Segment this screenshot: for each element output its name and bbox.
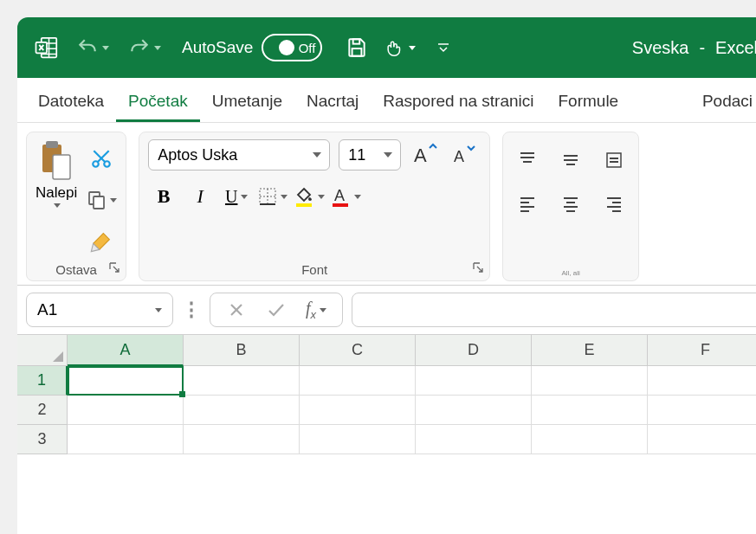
cell-a3[interactable] <box>68 425 184 454</box>
enter-formula-button[interactable] <box>261 294 292 325</box>
column-headers: A B C D E F <box>68 335 756 366</box>
formula-bar: A1 ⋮ fx <box>17 286 756 335</box>
name-box-value: A1 <box>37 300 57 319</box>
font-size-select[interactable] <box>339 139 401 170</box>
svg-text:A: A <box>334 187 345 204</box>
col-header-c[interactable]: C <box>300 335 416 366</box>
col-header-a[interactable]: A <box>68 335 184 366</box>
customize-qat-button[interactable] <box>428 32 459 63</box>
paste-button[interactable]: Nalepi <box>36 139 77 208</box>
row-header-1[interactable]: 1 <box>17 366 68 396</box>
chevron-down-icon <box>155 308 162 312</box>
tab-umetanje[interactable]: Umetanje <box>200 81 294 122</box>
svg-text:A: A <box>414 145 427 166</box>
font-color-button[interactable]: A <box>330 181 361 212</box>
row-header-2[interactable]: 2 <box>17 396 68 425</box>
align-top-button[interactable] <box>512 145 543 176</box>
redo-button[interactable] <box>125 33 165 62</box>
increase-font-button[interactable]: A <box>410 139 441 170</box>
cell-f2[interactable] <box>648 396 756 425</box>
autosave-label: AutoSave <box>182 38 253 57</box>
cell-b2[interactable] <box>184 396 300 425</box>
align-center-button[interactable] <box>555 188 586 219</box>
doc-name: Sveska <box>632 38 689 58</box>
svg-rect-17 <box>94 196 104 209</box>
autosave-state: Off <box>299 41 316 55</box>
cell-e2[interactable] <box>532 396 648 425</box>
formula-bar-buttons: fx <box>210 293 343 327</box>
cell-c1[interactable] <box>300 366 416 396</box>
group-font: A A B I U <box>139 132 490 281</box>
align-bottom-button[interactable] <box>598 145 630 176</box>
cell-d1[interactable] <box>416 366 532 396</box>
autosave-toggle[interactable]: AutoSave Off <box>182 34 322 61</box>
cell-d2[interactable] <box>416 396 532 425</box>
decrease-font-button[interactable]: A <box>449 139 481 170</box>
tab-podaci[interactable]: Podaci <box>690 81 756 122</box>
cell-f3[interactable] <box>648 425 756 454</box>
tab-datoteka[interactable]: Datoteka <box>26 81 116 122</box>
cancel-formula-button[interactable] <box>221 294 252 325</box>
paste-label: Nalepi <box>36 184 77 202</box>
ribbon-tabs: Datoteka Početak Umetanje Nacrtaj Raspor… <box>17 78 756 123</box>
touch-mode-button[interactable] <box>384 32 416 63</box>
svg-rect-6 <box>353 39 360 43</box>
fill-color-button[interactable] <box>294 181 325 212</box>
bold-button[interactable]: B <box>148 181 179 212</box>
cell-b1[interactable] <box>184 366 300 396</box>
cell-e3[interactable] <box>532 425 648 454</box>
svg-rect-10 <box>46 141 58 148</box>
svg-text:A: A <box>454 148 464 165</box>
cell-d3[interactable] <box>416 425 532 454</box>
cell-f1[interactable] <box>648 366 756 396</box>
document-title: Sveska - Excel <box>632 38 756 58</box>
svg-rect-33 <box>607 153 621 167</box>
font-name-input[interactable] <box>148 139 330 170</box>
cut-button[interactable] <box>86 143 117 174</box>
tab-nacrtaj[interactable]: Nacrtaj <box>294 81 371 122</box>
cell-e1[interactable] <box>532 366 648 396</box>
borders-button[interactable] <box>257 181 288 212</box>
align-middle-button[interactable] <box>555 145 586 176</box>
alignment-group-label: All, ali <box>512 264 630 279</box>
toggle-knob-icon <box>279 40 294 55</box>
col-header-d[interactable]: D <box>416 335 532 366</box>
col-header-b[interactable]: B <box>184 335 300 366</box>
align-left-button[interactable] <box>512 188 543 219</box>
cell-a1[interactable] <box>68 366 184 396</box>
tab-raspored[interactable]: Raspored na stranici <box>371 81 546 122</box>
cell-b3[interactable] <box>184 425 300 454</box>
underline-button[interactable]: U <box>221 181 252 212</box>
font-dialog-launcher[interactable] <box>472 261 484 277</box>
align-right-button[interactable] <box>598 188 630 219</box>
clipboard-dialog-launcher[interactable] <box>108 261 120 277</box>
select-all-corner[interactable] <box>17 335 68 366</box>
undo-button[interactable] <box>73 33 113 62</box>
ribbon: Nalepi Ostava <box>17 123 756 286</box>
row-header-3[interactable]: 3 <box>17 425 68 454</box>
svg-rect-24 <box>296 203 312 207</box>
svg-rect-7 <box>352 48 362 56</box>
group-alignment: All, ali <box>502 132 639 281</box>
tab-pocetak[interactable]: Početak <box>116 81 200 122</box>
tab-formule[interactable]: Formule <box>546 81 630 122</box>
format-painter-button[interactable] <box>86 226 117 257</box>
font-size-input[interactable] <box>339 139 401 170</box>
col-header-e[interactable]: E <box>532 335 648 366</box>
copy-button[interactable] <box>86 184 117 216</box>
italic-button[interactable]: I <box>184 181 216 212</box>
spreadsheet-grid: A B C D E F 1 2 <box>17 335 756 454</box>
name-box[interactable]: A1 <box>26 293 173 327</box>
clipboard-group-label: Ostava <box>36 257 117 279</box>
formula-bar-separator: ⋮ <box>182 299 201 321</box>
excel-window: AutoSave Off Sveska - Excel Datote <box>17 17 756 534</box>
col-header-f[interactable]: F <box>648 335 756 366</box>
insert-function-button[interactable]: fx <box>300 294 332 325</box>
font-name-select[interactable] <box>148 139 330 170</box>
cell-a2[interactable] <box>68 396 184 425</box>
cell-c3[interactable] <box>300 425 416 454</box>
cell-c2[interactable] <box>300 396 416 425</box>
formula-input[interactable] <box>352 293 756 327</box>
title-separator: - <box>699 38 705 58</box>
save-button[interactable] <box>341 32 372 63</box>
